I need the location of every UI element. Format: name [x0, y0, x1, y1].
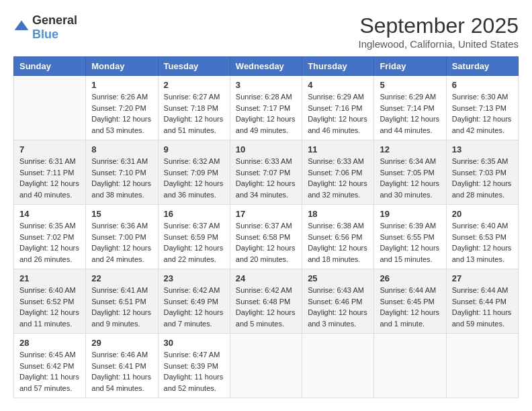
cell-content: Sunrise: 6:36 AMSunset: 7:00 PMDaylight:… — [91, 220, 152, 265]
cell-line: Sunrise: 6:42 AM — [164, 285, 224, 296]
cell-line: Daylight: 12 hours — [452, 178, 513, 189]
calendar-week-row: 28Sunrise: 6:45 AMSunset: 6:42 PMDayligh… — [14, 334, 519, 398]
calendar-cell: 6Sunrise: 6:30 AMSunset: 7:13 PMDaylight… — [446, 76, 518, 140]
cell-line: Sunrise: 6:46 AM — [91, 349, 152, 361]
cell-line: and 22 minutes. — [164, 254, 224, 265]
calendar-cell: 26Sunrise: 6:44 AMSunset: 6:45 PMDayligh… — [374, 269, 446, 334]
cell-line: Daylight: 12 hours — [380, 242, 440, 254]
cell-line: Daylight: 12 hours — [236, 113, 296, 125]
cell-line: Sunrise: 6:40 AM — [452, 220, 513, 232]
cell-content: Sunrise: 6:40 AMSunset: 6:52 PMDaylight:… — [19, 285, 80, 329]
cell-content: Sunrise: 6:44 AMSunset: 6:45 PMDaylight:… — [380, 285, 440, 329]
cell-line: Daylight: 12 hours — [164, 113, 224, 125]
cell-line: Sunrise: 6:27 AM — [164, 91, 224, 103]
day-number: 25 — [308, 273, 368, 283]
day-number: 27 — [452, 273, 513, 283]
calendar-cell — [374, 334, 446, 398]
subtitle: Inglewood, California, United States — [359, 38, 519, 50]
cell-content: Sunrise: 6:37 AMSunset: 6:58 PMDaylight:… — [236, 220, 296, 265]
calendar-cell: 10Sunrise: 6:33 AMSunset: 7:07 PMDayligh… — [230, 140, 302, 205]
cell-line: Daylight: 12 hours — [91, 113, 152, 125]
day-number: 13 — [452, 144, 513, 154]
cell-line: Daylight: 12 hours — [19, 242, 80, 254]
day-number: 1 — [91, 80, 152, 90]
logo-icon — [13, 19, 30, 36]
column-header-tuesday: Tuesday — [158, 57, 230, 76]
cell-line: Daylight: 12 hours — [308, 307, 368, 318]
cell-content: Sunrise: 6:34 AMSunset: 7:05 PMDaylight:… — [380, 156, 440, 200]
day-number: 20 — [452, 209, 513, 219]
cell-line: and 24 minutes. — [91, 254, 152, 265]
cell-line: Daylight: 12 hours — [380, 113, 440, 125]
cell-line: and 59 minutes. — [452, 318, 513, 330]
cell-line: Sunrise: 6:31 AM — [19, 156, 80, 167]
cell-content: Sunrise: 6:44 AMSunset: 6:44 PMDaylight:… — [452, 285, 513, 329]
calendar-cell: 27Sunrise: 6:44 AMSunset: 6:44 PMDayligh… — [446, 269, 518, 334]
page-header: General Blue September 2025 Inglewood, C… — [13, 13, 519, 50]
cell-line: and 20 minutes. — [236, 254, 296, 265]
day-number: 7 — [19, 144, 80, 154]
calendar-cell: 5Sunrise: 6:29 AMSunset: 7:14 PMDaylight… — [374, 76, 446, 140]
cell-line: Sunrise: 6:37 AM — [164, 220, 224, 232]
cell-content: Sunrise: 6:30 AMSunset: 7:13 PMDaylight:… — [452, 91, 513, 136]
cell-line: Daylight: 12 hours — [308, 242, 368, 254]
cell-line: Sunset: 6:53 PM — [452, 232, 513, 243]
calendar-cell: 19Sunrise: 6:39 AMSunset: 6:55 PMDayligh… — [374, 205, 446, 269]
cell-line: and 40 minutes. — [19, 189, 80, 201]
cell-line: Sunset: 7:05 PM — [380, 167, 440, 179]
column-header-wednesday: Wednesday — [230, 57, 302, 76]
day-number: 30 — [164, 338, 224, 348]
cell-line: Sunrise: 6:33 AM — [308, 156, 368, 167]
cell-line: Sunset: 7:06 PM — [308, 167, 368, 179]
cell-content: Sunrise: 6:33 AMSunset: 7:06 PMDaylight:… — [308, 156, 368, 200]
cell-line: Sunrise: 6:45 AM — [19, 349, 80, 361]
cell-content: Sunrise: 6:26 AMSunset: 7:20 PMDaylight:… — [91, 91, 152, 136]
cell-line: Daylight: 12 hours — [452, 113, 513, 125]
calendar-cell: 17Sunrise: 6:37 AMSunset: 6:58 PMDayligh… — [230, 205, 302, 269]
cell-line: Sunset: 6:44 PM — [452, 296, 513, 308]
calendar-cell: 25Sunrise: 6:43 AMSunset: 6:46 PMDayligh… — [302, 269, 374, 334]
calendar-cell: 1Sunrise: 6:26 AMSunset: 7:20 PMDaylight… — [86, 76, 158, 140]
calendar-cell — [446, 334, 518, 398]
calendar-week-row: 1Sunrise: 6:26 AMSunset: 7:20 PMDaylight… — [14, 76, 519, 140]
cell-content: Sunrise: 6:29 AMSunset: 7:16 PMDaylight:… — [308, 91, 368, 136]
cell-line: Sunset: 7:07 PM — [236, 167, 296, 179]
cell-line: Daylight: 11 hours — [91, 371, 152, 383]
calendar-cell: 21Sunrise: 6:40 AMSunset: 6:52 PMDayligh… — [14, 269, 86, 334]
cell-line: and 26 minutes. — [19, 254, 80, 265]
calendar-week-row: 7Sunrise: 6:31 AMSunset: 7:11 PMDaylight… — [14, 140, 519, 205]
cell-line: and 54 minutes. — [91, 383, 152, 394]
day-number: 28 — [19, 338, 80, 348]
cell-line: Daylight: 11 hours — [19, 371, 80, 383]
cell-line: Daylight: 12 hours — [91, 242, 152, 254]
cell-line: Sunrise: 6:35 AM — [19, 220, 80, 232]
cell-line: Sunset: 7:20 PM — [91, 103, 152, 114]
cell-line: and 57 minutes. — [19, 383, 80, 394]
calendar-cell: 7Sunrise: 6:31 AMSunset: 7:11 PMDaylight… — [14, 140, 86, 205]
cell-content: Sunrise: 6:39 AMSunset: 6:55 PMDaylight:… — [380, 220, 440, 265]
cell-content: Sunrise: 6:43 AMSunset: 6:46 PMDaylight:… — [308, 285, 368, 329]
cell-line: Sunset: 6:46 PM — [308, 296, 368, 308]
day-number: 3 — [236, 80, 296, 90]
cell-line: Sunrise: 6:38 AM — [308, 220, 368, 232]
cell-line: and 49 minutes. — [236, 125, 296, 136]
calendar-cell: 2Sunrise: 6:27 AMSunset: 7:18 PMDaylight… — [158, 76, 230, 140]
cell-content: Sunrise: 6:29 AMSunset: 7:14 PMDaylight:… — [380, 91, 440, 136]
cell-content: Sunrise: 6:42 AMSunset: 6:49 PMDaylight:… — [164, 285, 224, 329]
cell-line: Sunrise: 6:37 AM — [236, 220, 296, 232]
cell-line: Sunrise: 6:33 AM — [236, 156, 296, 167]
cell-line: Sunrise: 6:40 AM — [19, 285, 80, 296]
logo-blue: Blue — [32, 28, 58, 41]
day-number: 17 — [236, 209, 296, 219]
cell-line: Sunrise: 6:42 AM — [236, 285, 296, 296]
cell-line: Sunset: 6:58 PM — [236, 232, 296, 243]
day-number: 12 — [380, 144, 440, 154]
cell-line: Sunset: 7:14 PM — [380, 103, 440, 114]
cell-line: and 9 minutes. — [91, 318, 152, 330]
cell-content: Sunrise: 6:31 AMSunset: 7:10 PMDaylight:… — [91, 156, 152, 200]
day-number: 2 — [164, 80, 224, 90]
cell-line: and 52 minutes. — [164, 383, 224, 394]
cell-line: Daylight: 12 hours — [91, 178, 152, 189]
calendar-cell: 11Sunrise: 6:33 AMSunset: 7:06 PMDayligh… — [302, 140, 374, 205]
cell-line: Sunrise: 6:36 AM — [91, 220, 152, 232]
